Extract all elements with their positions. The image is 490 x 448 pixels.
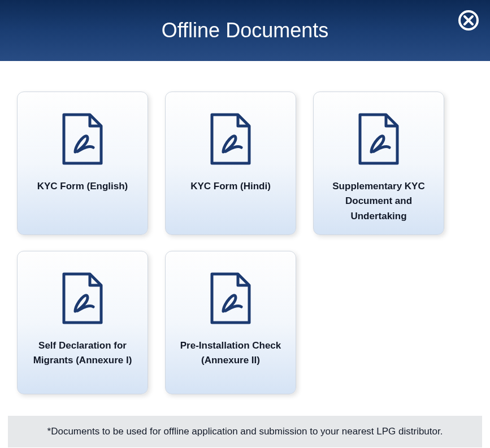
pdf-icon <box>62 272 103 325</box>
document-label: Supplementary KYC Document and Undertaki… <box>323 179 435 224</box>
pdf-icon <box>62 112 103 166</box>
pdf-icon <box>210 112 251 166</box>
document-label: Self Declaration for Migrants (Annexure … <box>27 338 138 368</box>
document-card-pre-installation[interactable]: Pre-Installation Check (Annexure II) <box>165 251 296 394</box>
pdf-icon <box>210 272 251 325</box>
close-button[interactable] <box>457 9 480 32</box>
modal-header: Offline Documents <box>0 0 490 61</box>
document-card-kyc-hindi[interactable]: KYC Form (Hindi) <box>165 92 296 235</box>
document-grid: KYC Form (English) KYC Form (Hindi) Supp… <box>17 92 473 394</box>
pdf-icon <box>358 112 400 166</box>
document-card-kyc-english[interactable]: KYC Form (English) <box>17 92 148 235</box>
document-label: KYC Form (English) <box>37 179 128 194</box>
close-icon <box>457 9 480 32</box>
document-label: Pre-Installation Check (Annexure II) <box>175 338 287 368</box>
document-card-supplementary-kyc[interactable]: Supplementary KYC Document and Undertaki… <box>313 92 444 235</box>
modal-body: KYC Form (English) KYC Form (Hindi) Supp… <box>0 61 490 408</box>
document-label: KYC Form (Hindi) <box>190 179 271 194</box>
page-title: Offline Documents <box>162 19 328 42</box>
document-card-self-declaration[interactable]: Self Declaration for Migrants (Annexure … <box>17 251 148 394</box>
footnote-text: *Documents to be used for offline applic… <box>8 416 482 447</box>
